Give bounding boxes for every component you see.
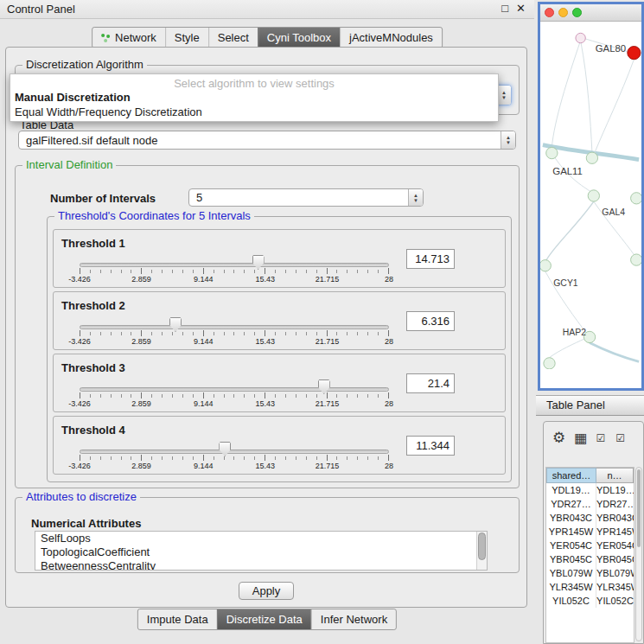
tab-cyni-toolbox[interactable]: Cyni Toolbox xyxy=(258,28,340,48)
attributes-group: Attributes to discretize Numerical Attri… xyxy=(15,497,520,573)
tab-label: Style xyxy=(175,31,200,44)
slider-scale: -3.4262.8599.14415.4321.71528 xyxy=(80,337,389,348)
scale-label: 15.43 xyxy=(256,337,276,346)
table-header-row: shared… n… xyxy=(546,468,634,483)
scale-label: 15.43 xyxy=(256,462,276,470)
threshold-slider[interactable]: -3.4262.8599.14415.4321.71528 xyxy=(80,259,389,287)
table-row[interactable]: YBR045CYBR045C xyxy=(546,552,634,566)
threshold-label: Threshold 2 xyxy=(61,299,125,312)
scale-label: 28 xyxy=(385,399,393,408)
table-cell: YER054C xyxy=(596,539,634,552)
algorithm-option[interactable]: Manual Discretization xyxy=(10,90,498,105)
attribute-item[interactable]: BetweennessCentrality xyxy=(35,559,487,571)
threshold-panel: Threshold 1-3.4262.8599.14415.4321.71528… xyxy=(53,229,506,288)
table-cell: YBL079W xyxy=(546,566,596,580)
network-node[interactable] xyxy=(540,260,551,271)
network-edge xyxy=(590,343,639,362)
table-row[interactable]: YBR043CYBR043C xyxy=(546,511,634,525)
table-row[interactable]: YBL079WYBL079W xyxy=(546,566,634,580)
number-of-intervals-label: Number of Intervals xyxy=(50,192,156,205)
numerical-attributes-listbox[interactable]: SelfLoopsTopologicalCoefficientBetweenne… xyxy=(35,531,488,571)
threshold-slider[interactable]: -3.4262.8599.14415.4321.71528 xyxy=(80,322,389,349)
network-node[interactable] xyxy=(576,33,585,42)
threshold-label: Threshold 1 xyxy=(61,237,125,250)
attributes-scrollbar[interactable] xyxy=(476,532,487,570)
combo-stepper[interactable]: ▲ ▼ xyxy=(408,189,423,206)
tab-discretize-data[interactable]: Discretize Data xyxy=(217,609,311,629)
apply-button[interactable]: Apply xyxy=(239,582,294,600)
interval-group-title: Interval Definition xyxy=(22,158,116,171)
table-toolbar: ⚙ ▦ ☑ ☑ xyxy=(552,429,627,447)
network-canvas[interactable]: GAL80GAL11GAL4GCY1HAP2 xyxy=(540,22,641,369)
scale-label: 15.43 xyxy=(256,399,276,408)
network-canvas-svg: GAL80GAL11GAL4GCY1HAP2 xyxy=(540,22,641,369)
network-node[interactable] xyxy=(631,193,641,204)
network-edge xyxy=(595,60,634,153)
threshold-slider[interactable]: -3.4262.8599.14415.4321.71528 xyxy=(80,384,389,411)
scrollbar-thumb[interactable] xyxy=(478,532,486,560)
close-traffic-light-icon[interactable] xyxy=(545,8,554,17)
network-node[interactable] xyxy=(588,190,599,201)
tab-style[interactable]: Style xyxy=(165,28,208,48)
column-header-name[interactable]: n… xyxy=(596,468,634,483)
table-scrollbar[interactable] xyxy=(635,467,642,641)
attribute-item[interactable]: TopologicalCoefficient xyxy=(35,545,487,559)
threshold-value-box[interactable]: 11.344 xyxy=(406,436,455,456)
network-node[interactable] xyxy=(544,358,555,369)
tab-network[interactable]: Network xyxy=(92,28,165,48)
network-node[interactable] xyxy=(628,47,641,60)
table-row[interactable]: YDL19…YDL19… xyxy=(546,483,634,497)
threshold-slider[interactable]: -3.4262.8599.14415.4321.71528 xyxy=(80,446,389,474)
scale-label: 2.859 xyxy=(131,399,151,408)
slider-track xyxy=(80,387,389,392)
tab-infer-network[interactable]: Infer Network xyxy=(311,609,396,629)
network-node[interactable] xyxy=(631,254,641,265)
gear-icon[interactable]: ⚙ xyxy=(552,429,565,447)
network-node[interactable] xyxy=(546,147,558,158)
table-cell: YIL052C xyxy=(546,594,596,608)
network-edge xyxy=(546,201,594,260)
table-cell: YER054C xyxy=(546,539,596,552)
minimize-traffic-light-icon[interactable] xyxy=(558,8,568,17)
select-checkbox-icon[interactable]: ☑ xyxy=(596,432,607,444)
column-header-shared-name[interactable]: shared… xyxy=(546,468,596,483)
tab-jactivemnodules[interactable]: jActiveMNodules xyxy=(340,28,442,48)
tab-select[interactable]: Select xyxy=(208,28,258,48)
select-all-checkbox-icon[interactable]: ☑ xyxy=(615,432,627,444)
threshold-value-box[interactable]: 21.4 xyxy=(406,373,455,393)
float-window-icon[interactable]: □ xyxy=(501,2,508,15)
table-data-combobox[interactable]: galFiltered.sif default node ▲ ▼ xyxy=(18,131,516,150)
network-window-titlebar xyxy=(540,4,641,22)
tab-label: jActiveMNodules xyxy=(349,31,433,44)
combo-stepper[interactable]: ▲ ▼ xyxy=(501,131,515,149)
tab-label: Discretize Data xyxy=(226,613,303,626)
network-node[interactable] xyxy=(586,152,597,163)
table-data-value: galFiltered.sif default node xyxy=(19,134,501,147)
table-row[interactable]: YLR345WYLR345W xyxy=(546,580,634,594)
columns-icon[interactable]: ▦ xyxy=(574,430,587,446)
threshold-panel: Threshold 3-3.4262.8599.14415.4321.71528… xyxy=(53,354,506,412)
table-cell: YLR345W xyxy=(546,580,596,594)
attribute-item[interactable]: SelfLoops xyxy=(35,532,487,545)
numerical-attributes-label: Numerical Attributes xyxy=(31,517,141,530)
table-row[interactable]: YDR27…YDR27… xyxy=(546,497,634,511)
threshold-value-box[interactable]: 14.713 xyxy=(406,249,455,269)
table-row[interactable]: YPR145WYPR145W xyxy=(546,525,634,539)
number-of-intervals-combobox[interactable]: 5 ▲ ▼ xyxy=(188,188,424,207)
table-panel-header[interactable]: Table Panel xyxy=(536,395,644,416)
scale-label: -3.426 xyxy=(68,399,91,408)
tab-impute-data[interactable]: Impute Data xyxy=(138,609,217,629)
threshold-value-box[interactable]: 6.316 xyxy=(406,311,455,331)
slider-track xyxy=(80,263,389,267)
close-window-icon[interactable]: ✕ xyxy=(516,2,526,15)
table-cell: YBR045C xyxy=(546,552,596,566)
scrollbar-thumb[interactable] xyxy=(637,469,641,547)
zoom-traffic-light-icon[interactable] xyxy=(572,8,582,17)
table-row[interactable]: YER054CYER054C xyxy=(546,539,634,552)
thresholds-group-title: Threshold's Coordinates for 5 Intervals xyxy=(54,209,254,222)
algorithm-option[interactable]: Equal Width/Frequency Discretization xyxy=(10,105,498,119)
scale-label: 2.859 xyxy=(131,337,151,346)
scale-label: 9.144 xyxy=(194,275,214,284)
table-row[interactable]: YIL052CYIL052C xyxy=(546,594,634,608)
network-edge xyxy=(581,41,592,152)
